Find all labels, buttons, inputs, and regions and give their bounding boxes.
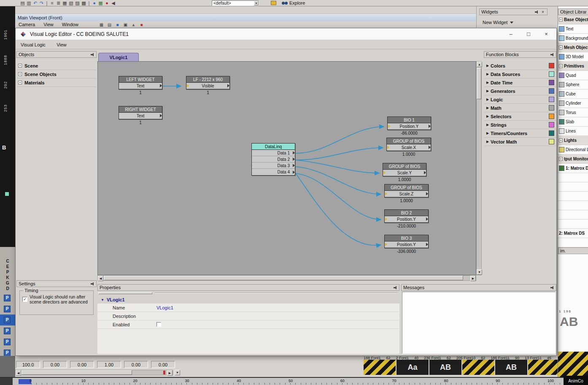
node-port-row[interactable]: Text [119, 113, 162, 119]
collapse-arrow-icon[interactable]: ▼ [101, 298, 104, 302]
function-block-category[interactable]: ▶ Vector Math [484, 138, 556, 146]
expand-arrow-icon[interactable]: ▶ [486, 114, 491, 118]
input-connector-icon[interactable] [385, 243, 387, 246]
expand-arrow-icon[interactable]: ▶ [486, 123, 491, 127]
object-library-item[interactable]: − Primitives [558, 62, 588, 71]
node-port-row[interactable]: Text [119, 83, 162, 89]
tree-item[interactable]: + Materials [16, 79, 97, 87]
expand-arrow-icon[interactable]: ▶ [486, 131, 491, 135]
node-bio3[interactable]: BIO 3 Position.Y -336.0000 [384, 235, 429, 248]
object-library-item[interactable]: − 1: Matrox D [558, 164, 588, 173]
object-library-item[interactable]: − Cylinder [558, 99, 588, 108]
dialog-menu-item[interactable]: Visual Logic [21, 42, 46, 47]
input-connector-icon[interactable] [388, 125, 390, 128]
close-icon[interactable]: × [540, 10, 545, 14]
object-library-item[interactable]: − 3D Model [558, 52, 588, 62]
splitter-handle[interactable] [98, 292, 152, 294]
function-block-category[interactable]: ▶ Generators [484, 87, 556, 95]
collapse-box-icon[interactable]: − [559, 157, 563, 161]
scroll-down-button[interactable]: ▼ [175, 370, 180, 375]
toolbar-icon[interactable]: ↷ [38, 0, 45, 6]
dialog-menu-item[interactable]: View [57, 42, 67, 47]
transform-value-field[interactable]: 100.0 [16, 361, 40, 368]
toolbar-icon[interactable]: ≣ [55, 0, 62, 6]
output-connector-icon[interactable] [426, 192, 428, 195]
toolbar-icon[interactable]: ≡ [49, 0, 55, 6]
splitter[interactable] [97, 291, 399, 295]
node-right-widget[interactable]: RIGHT WIDGET Text 1 [119, 106, 162, 119]
scroll-track[interactable] [477, 67, 481, 269]
node-port-row[interactable]: Data 1 [252, 150, 295, 156]
node-bio1[interactable]: BIO 1 Position.Y -86.0000 [387, 117, 431, 130]
scroll-down-button[interactable]: ▼ [477, 269, 482, 275]
object-library-item[interactable]: − Directional L [558, 145, 588, 155]
expand-box-icon[interactable]: + [18, 72, 22, 76]
font-preview-tile[interactable]: AB [495, 360, 527, 375]
transform-value-field[interactable]: 0.00 [124, 361, 148, 368]
font-preview-tile[interactable]: AB [429, 360, 461, 375]
toolbar-icon[interactable] [46, 1, 47, 6]
pin-icon[interactable] [550, 286, 554, 290]
expand-arrow-icon[interactable]: ▶ [486, 89, 491, 93]
collapse-box-icon[interactable]: − [559, 138, 563, 142]
run-after-directors-checkbox[interactable]: ✓ [22, 297, 27, 302]
expand-arrow-icon[interactable]: ▶ [486, 98, 491, 101]
node-port-row[interactable]: Data 3 [252, 163, 295, 169]
page-badge-row[interactable]: P [0, 315, 15, 325]
property-group-row[interactable]: ▼ VLogic1 [97, 296, 399, 304]
viewport-titlebar[interactable]: Main Viewport (Front) [15, 14, 476, 21]
node-bio2[interactable]: BIO 2 Position.Y -210.0000 [384, 209, 429, 223]
node-port-row[interactable]: Scale.Y [383, 170, 426, 176]
output-connector-icon[interactable] [429, 146, 431, 149]
object-library-item[interactable]: − Torus [558, 108, 588, 117]
canvas-vertical-scrollbar[interactable]: ▲ ▼ [476, 61, 482, 275]
viewport-menu-item[interactable]: Window [62, 22, 78, 27]
expand-arrow-icon[interactable]: ▶ [486, 72, 491, 76]
scroll-thumb[interactable] [477, 68, 481, 99]
node-port-row[interactable]: Visible [186, 83, 229, 89]
toolbar-icon[interactable]: ▥ [26, 0, 32, 6]
viewport-menu-item[interactable]: View [43, 22, 54, 27]
viewport-toolbar-icon[interactable]: ■ [139, 22, 144, 27]
tool-letter[interactable]: G [0, 281, 15, 286]
anim-section-button[interactable]: im. [558, 247, 588, 254]
pin-icon[interactable] [394, 286, 397, 290]
pin-icon[interactable] [91, 282, 94, 286]
toolbar-icon[interactable]: ▩ [81, 0, 87, 6]
enabled-checkbox[interactable] [156, 322, 161, 327]
scroll-up-button[interactable]: ▲ [477, 62, 482, 67]
canvas-horizontal-scrollbar[interactable]: ◀ ▶ [97, 275, 476, 281]
function-block-category[interactable]: ▶ Date Time [484, 79, 556, 87]
input-connector-icon[interactable] [187, 84, 189, 87]
object-library-item[interactable]: − Lights [558, 136, 588, 145]
function-block-category[interactable]: ▶ Data Sources [484, 70, 556, 79]
output-connector-icon[interactable] [426, 243, 428, 246]
object-library-item[interactable]: − Mesh Object [558, 43, 588, 52]
page-badge-row[interactable]: P [0, 336, 15, 347]
name-value-field[interactable]: VLogic1 [156, 305, 173, 310]
close-button[interactable]: × [540, 30, 552, 38]
node-graph-canvas[interactable]: LEFT WIDGET Text 1 LF - 2212 x 960 Visib… [97, 61, 476, 275]
output-connector-icon[interactable] [293, 171, 295, 174]
viewport-menu-item[interactable]: Camera [19, 22, 35, 27]
toolbar-icon[interactable]: ◀ [110, 0, 116, 6]
transform-value-field[interactable]: 0.00 [43, 361, 67, 368]
collapse-box-icon[interactable]: − [559, 18, 563, 22]
collapse-box-icon[interactable]: − [559, 46, 563, 49]
function-block-category[interactable]: ▶ Strings [484, 121, 556, 129]
tool-letter[interactable]: E [0, 264, 15, 270]
new-widget-button[interactable]: New Widget [479, 19, 548, 26]
output-connector-icon[interactable] [293, 157, 295, 161]
expand-arrow-icon[interactable]: ▶ [486, 140, 491, 144]
node-port-row[interactable]: Data 2 [252, 156, 295, 163]
pin-icon[interactable] [535, 10, 539, 14]
scroll-thumb[interactable] [22, 370, 132, 375]
node-datalinq[interactable]: DataLinq Data 1 Data 2 [251, 143, 295, 176]
expand-arrow-icon[interactable]: ▶ [486, 81, 491, 84]
scroll-thumb[interactable] [104, 276, 463, 280]
object-library-item[interactable]: − Quad [558, 71, 588, 80]
scroll-right-button[interactable]: ▶ [167, 370, 173, 376]
viewport-toolbar-icon[interactable]: ■ [115, 22, 120, 27]
font-preview-tile[interactable] [462, 360, 494, 375]
dialog-titlebar[interactable]: Visual Logic Editor - CC BOEING SALUTE1 … [16, 28, 556, 40]
